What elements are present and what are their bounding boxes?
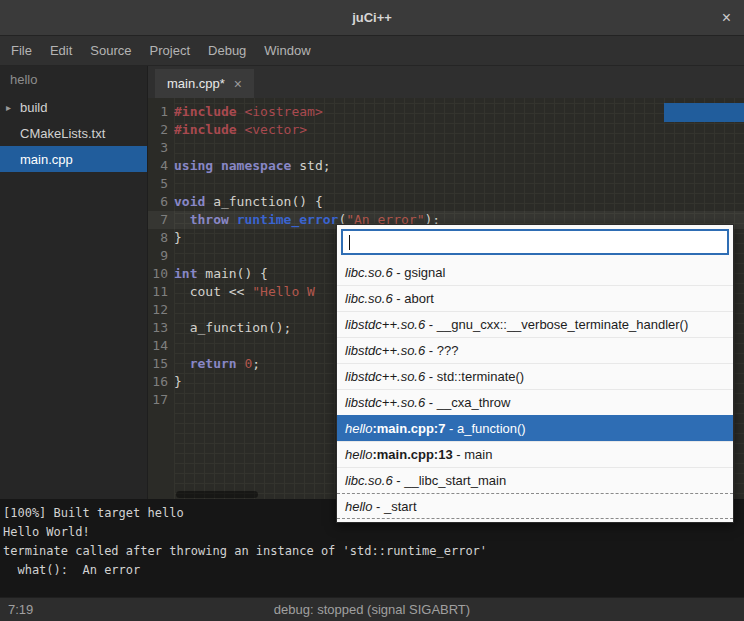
tab-main-cpp[interactable]: main.cpp* × [155, 69, 254, 98]
tree-item-label: main.cpp [20, 152, 73, 167]
code-token: } [174, 374, 182, 389]
menu-item-debug[interactable]: Debug [199, 36, 255, 66]
backtrace-symbol: - __libc_start_main [393, 473, 506, 488]
backtrace-symbol: - abort [393, 291, 434, 306]
output-line-4: what(): An error [3, 561, 741, 580]
code-token: void [174, 194, 205, 209]
popup-search-input[interactable] [341, 229, 729, 255]
line-number: 6 [148, 193, 174, 211]
window-title: juCi++ [352, 10, 392, 25]
code-token: int [174, 266, 197, 281]
backtrace-item-7[interactable]: hello:main.cpp:7 - a_function() [337, 415, 733, 441]
tree-item-build[interactable]: ▸build [0, 94, 147, 120]
backtrace-lib: hello [345, 421, 372, 436]
sidebar: hello ▸buildCMakeLists.txtmain.cpp [0, 66, 148, 499]
status-bar: 7:19 debug: stopped (signal SIGABRT) [0, 597, 744, 621]
menu-item-project[interactable]: Project [141, 36, 199, 66]
tree-item-main-cpp[interactable]: main.cpp [0, 146, 147, 172]
backtrace-item-3[interactable]: libstdc++.so.6 - __gnu_cxx::__verbose_te… [337, 311, 733, 337]
menu-item-edit[interactable]: Edit [41, 36, 81, 66]
tab-close-icon[interactable]: × [234, 76, 242, 92]
code-line-4[interactable]: 4using namespace std; [148, 157, 744, 175]
line-number: 16 [148, 373, 174, 391]
code-token [229, 212, 237, 227]
menu-item-source[interactable]: Source [81, 36, 140, 66]
code-token: throw [190, 212, 229, 227]
menu-item-file[interactable]: File [2, 36, 41, 66]
backtrace-symbol: - a_function() [445, 421, 525, 436]
backtrace-lib: libstdc++.so.6 [345, 317, 425, 332]
backtrace-location: :main.cpp:7 [372, 421, 445, 436]
code-token: ; [252, 356, 260, 371]
code-line-3[interactable]: 3 [148, 139, 744, 157]
title-bar: juCi++ × [0, 0, 744, 36]
code-token: <vector> [244, 122, 307, 137]
backtrace-symbol: - main [453, 447, 493, 462]
code-token: a_function(); [174, 320, 291, 335]
expander-icon[interactable]: ▸ [0, 102, 20, 113]
backtrace-item-8[interactable]: hello:main.cpp:13 - main [337, 441, 733, 467]
code-line-2[interactable]: 2#include <vector> [148, 121, 744, 139]
backtrace-item-5[interactable]: libstdc++.so.6 - std::terminate() [337, 363, 733, 389]
code-line-6[interactable]: 6void a_function() { [148, 193, 744, 211]
code-token: using [174, 158, 213, 173]
text-caret [349, 235, 350, 250]
backtrace-symbol: - _start [372, 499, 416, 514]
code-token: namespace [221, 158, 291, 173]
tree-item-label: build [20, 100, 47, 115]
vertical-scrollbar-thumb[interactable] [664, 103, 744, 122]
code-line-1[interactable]: 1#include <iostream> [148, 103, 744, 121]
backtrace-item-9[interactable]: libc.so.6 - __libc_start_main [337, 467, 733, 493]
line-number: 5 [148, 175, 174, 193]
backtrace-lib: libc.so.6 [345, 291, 393, 306]
code-token [174, 212, 190, 227]
code-token [213, 158, 221, 173]
backtrace-symbol: - std::terminate() [425, 369, 524, 384]
app-window: juCi++ × FileEditSourceProjectDebugWindo… [0, 0, 744, 621]
code-token: #include [174, 122, 237, 137]
tree-item-cmakelists-txt[interactable]: CMakeLists.txt [0, 120, 147, 146]
line-text: using namespace std; [174, 157, 744, 175]
line-number: 10 [148, 265, 174, 283]
line-number: 13 [148, 319, 174, 337]
backtrace-lib: libc.so.6 [345, 473, 393, 488]
backtrace-popup: libc.so.6 - gsignallibc.so.6 - abortlibs… [336, 224, 734, 523]
tree-item-label: CMakeLists.txt [20, 126, 105, 141]
backtrace-list: libc.so.6 - gsignallibc.so.6 - abortlibs… [337, 259, 733, 522]
tab-label: main.cpp* [167, 76, 225, 91]
line-text [174, 139, 744, 157]
debug-status: debug: stopped (signal SIGABRT) [0, 602, 744, 617]
backtrace-lib: hello [345, 499, 372, 514]
backtrace-item-4[interactable]: libstdc++.so.6 - ??? [337, 337, 733, 363]
line-number: 2 [148, 121, 174, 139]
code-token: runtime_error [237, 212, 339, 227]
line-number: 7 [148, 211, 174, 229]
code-line-5[interactable]: 5 [148, 175, 744, 193]
backtrace-symbol: - gsignal [393, 265, 446, 280]
code-token: std; [291, 158, 330, 173]
window-close-icon[interactable]: × [722, 10, 731, 26]
code-token: } [174, 230, 182, 245]
line-number: 3 [148, 139, 174, 157]
line-number: 14 [148, 337, 174, 355]
backtrace-lib: libstdc++.so.6 [345, 395, 425, 410]
backtrace-item-1[interactable]: libc.so.6 - gsignal [337, 259, 733, 285]
code-token [174, 356, 190, 371]
line-text: #include <vector> [174, 121, 744, 139]
line-number: 9 [148, 247, 174, 265]
code-token: a_function() { [205, 194, 322, 209]
backtrace-item-2[interactable]: libc.so.6 - abort [337, 285, 733, 311]
backtrace-lib: libstdc++.so.6 [345, 369, 425, 384]
horizontal-scrollbar-thumb[interactable] [176, 491, 258, 498]
line-number: 8 [148, 229, 174, 247]
backtrace-symbol: - ??? [425, 343, 458, 358]
tab-bar: main.cpp* × [148, 66, 744, 98]
backtrace-lib: hello [345, 447, 372, 462]
menu-item-window[interactable]: Window [255, 36, 319, 66]
backtrace-item-10[interactable]: hello - _start [337, 493, 733, 519]
project-name: hello [0, 66, 147, 94]
line-text: #include <iostream> [174, 103, 744, 121]
line-number: 17 [148, 391, 174, 409]
backtrace-item-6[interactable]: libstdc++.so.6 - __cxa_throw [337, 389, 733, 415]
line-number: 4 [148, 157, 174, 175]
